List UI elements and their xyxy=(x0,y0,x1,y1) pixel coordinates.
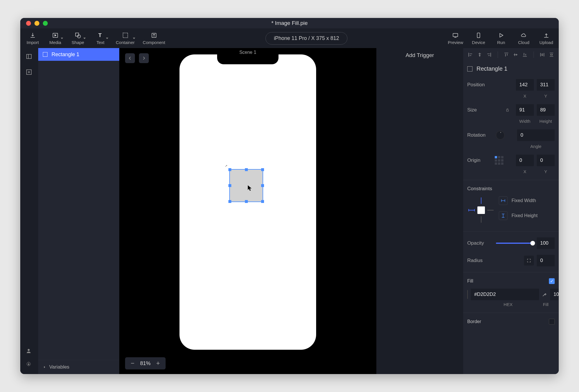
import-button[interactable]: Import xyxy=(25,32,40,45)
run-label: Run xyxy=(497,40,505,45)
forward-button[interactable] xyxy=(139,53,149,63)
run-icon xyxy=(498,32,505,39)
origin-y-input[interactable] xyxy=(537,155,555,166)
angle-sublabel: Angle xyxy=(517,144,555,149)
distribute-h-icon[interactable] xyxy=(539,52,545,58)
position-row: Position xyxy=(463,76,559,94)
container-button[interactable]: Container xyxy=(116,32,135,45)
fill-enabled-checkbox[interactable]: ✓ xyxy=(549,278,555,284)
fill-swatch[interactable] xyxy=(467,290,468,299)
lock-aspect-icon[interactable] xyxy=(505,108,511,112)
maximize-window-button[interactable] xyxy=(43,21,48,26)
radius-corners-button[interactable] xyxy=(524,256,534,265)
align-top-icon[interactable] xyxy=(503,52,510,58)
resize-handle-bl[interactable] xyxy=(228,200,231,203)
device-button[interactable]: Device xyxy=(471,32,486,45)
origin-label: Origin xyxy=(467,157,492,163)
minimize-window-button[interactable] xyxy=(34,21,39,26)
eyedropper-icon[interactable] xyxy=(542,292,547,297)
origin-y-sublabel: Y xyxy=(537,169,555,174)
rectangle-icon xyxy=(467,66,472,72)
user-icon[interactable] xyxy=(26,348,33,355)
align-center-v-icon[interactable] xyxy=(512,52,519,58)
position-x-input[interactable] xyxy=(516,79,534,91)
constraints-label: Constraints xyxy=(463,183,559,195)
radius-row: Radius xyxy=(463,252,559,269)
svg-point-11 xyxy=(28,364,30,365)
origin-row: Origin xyxy=(463,152,559,169)
layer-item-rectangle-1[interactable]: Rectangle 1 xyxy=(38,48,119,61)
x-sublabel: X xyxy=(516,94,534,98)
zoom-in-button[interactable]: + xyxy=(155,360,161,367)
rotation-input[interactable] xyxy=(517,129,555,141)
resize-handle-tr[interactable] xyxy=(261,168,264,171)
component-button[interactable]: Component xyxy=(143,32,165,45)
resize-handle-br[interactable] xyxy=(261,200,264,203)
panels-icon[interactable] xyxy=(26,53,33,60)
radius-input[interactable] xyxy=(537,255,555,266)
align-left-icon[interactable] xyxy=(467,52,474,58)
resize-handle-tl[interactable] xyxy=(228,168,231,171)
titlebar: * Image Fill.pie xyxy=(20,18,559,28)
fixed-width-toggle[interactable]: Fixed Width xyxy=(499,196,538,205)
add-trigger-button[interactable]: Add Trigger xyxy=(406,52,434,374)
fixed-height-toggle[interactable]: Fixed Height xyxy=(499,211,538,220)
fixed-height-label: Fixed Height xyxy=(512,213,538,218)
align-center-h-icon[interactable] xyxy=(477,52,483,58)
settings-icon[interactable] xyxy=(26,361,33,368)
resize-handle-bm[interactable] xyxy=(245,200,248,203)
rotation-row: Rotation xyxy=(463,127,559,144)
cloud-icon xyxy=(520,32,527,39)
device-selector[interactable]: iPhone 11 Pro / X 375 x 812 xyxy=(265,32,347,45)
align-bottom-icon[interactable] xyxy=(522,52,528,58)
leftbar-bottom xyxy=(26,348,33,374)
import-label: Import xyxy=(27,40,39,45)
variables-toggle[interactable]: Variables xyxy=(38,360,119,374)
hex-sublabel: HEX xyxy=(479,302,537,307)
shape-button[interactable]: Shape xyxy=(71,32,85,45)
opacity-input[interactable] xyxy=(537,237,555,249)
origin-grid[interactable] xyxy=(495,156,503,165)
origin-x-sublabel: X xyxy=(516,169,534,174)
selected-rectangle[interactable] xyxy=(229,169,263,202)
height-sublabel: Height xyxy=(537,119,555,124)
back-button[interactable] xyxy=(125,53,135,63)
border-header: Border xyxy=(463,316,559,326)
text-button[interactable]: T Text xyxy=(93,32,108,45)
run-button[interactable]: Run xyxy=(494,32,508,45)
preview-button[interactable]: Preview xyxy=(448,32,463,45)
main-area: Rectangle 1 Variables Scene 1 xyxy=(20,48,559,374)
position-y-input[interactable] xyxy=(537,79,555,91)
fixed-height-icon xyxy=(499,211,507,220)
rotation-knob[interactable] xyxy=(496,131,505,140)
cursor-icon xyxy=(248,185,252,191)
shape-icon xyxy=(74,32,81,39)
fill-amount-input[interactable] xyxy=(550,289,559,300)
height-input[interactable] xyxy=(537,104,555,116)
constraint-box[interactable] xyxy=(467,196,495,224)
fill-hex-input[interactable] xyxy=(471,289,539,300)
cloud-button[interactable]: Cloud xyxy=(516,32,531,45)
svg-text:T: T xyxy=(98,32,102,38)
border-label: Border xyxy=(467,319,481,324)
zoom-out-button[interactable]: − xyxy=(130,360,135,367)
element-name-label: Rectangle 1 xyxy=(477,65,507,72)
upload-button[interactable]: Upload xyxy=(539,32,554,45)
width-input[interactable] xyxy=(516,104,534,116)
svg-rect-8 xyxy=(27,54,32,59)
origin-x-input[interactable] xyxy=(516,155,534,166)
shape-label: Shape xyxy=(72,40,84,45)
distribute-v-icon[interactable] xyxy=(548,52,555,58)
canvas[interactable]: Scene 1 − 81% + xyxy=(119,48,376,374)
opacity-slider[interactable] xyxy=(496,243,533,244)
resize-handle-mr[interactable] xyxy=(261,184,264,187)
resize-handle-tm[interactable] xyxy=(245,168,248,171)
media-button[interactable]: Media xyxy=(48,32,63,45)
resize-handle-ml[interactable] xyxy=(228,184,231,187)
border-enabled-checkbox[interactable] xyxy=(549,319,555,325)
preview-label: Preview xyxy=(448,40,463,45)
add-scene-icon[interactable] xyxy=(26,69,33,76)
align-right-icon[interactable] xyxy=(486,52,492,58)
close-window-button[interactable] xyxy=(26,21,31,26)
canvas-nav xyxy=(125,53,149,63)
